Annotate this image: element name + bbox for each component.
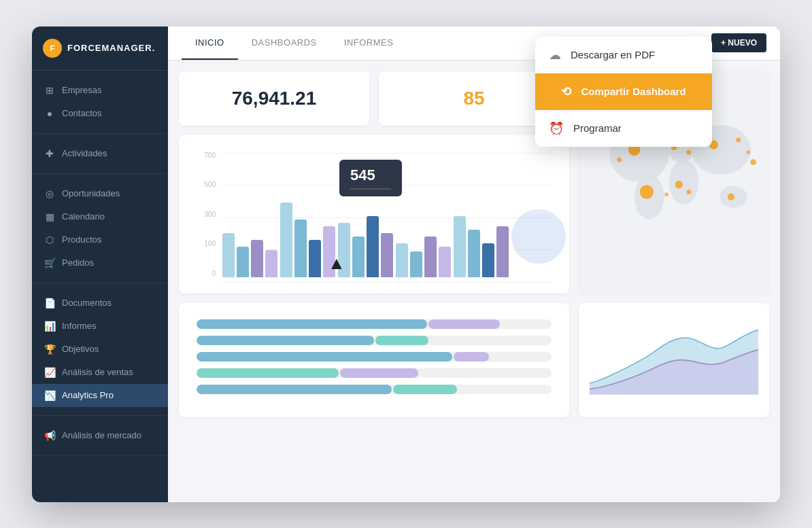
stat-value-1: 76,941.21 [232,88,317,109]
h-bar-fill [197,319,427,329]
tab-dashboards[interactable]: DASHBOARDS [238,27,331,60]
y-label: 0 [212,270,216,277]
h-bar-track [197,385,552,394]
area-chart-card [579,303,769,417]
sidebar-label-calendario: Calendario [62,211,105,222]
sidebar-label-informes: Informes [62,321,97,331]
sidebar-item-contactos[interactable]: ● Contactos [32,102,168,125]
bar [251,240,263,277]
tab-informes[interactable]: INFORMES [331,27,407,60]
oportunidades-icon: ◎ [44,188,55,199]
y-label: 700 [204,152,216,159]
context-menu-item-pdf[interactable]: ☁ Descargar en PDF [535,37,712,73]
bar [265,250,277,277]
bar [496,226,509,277]
h-bar-fill [197,368,339,378]
bar [309,240,321,277]
logo-icon: F [43,39,62,58]
sidebar-label-analisis-mercado: Análisis de mercado [62,430,141,440]
sidebar-item-informes[interactable]: 📊 Informes [32,315,168,338]
svg-point-14 [736,137,741,142]
chart-tooltip: 545 [339,160,402,196]
bar [381,233,393,277]
sidebar-label-analytics-pro: Analytics Pro [62,390,114,400]
sidebar-item-documentos[interactable]: 📄 Documentos [32,292,168,315]
h-bar-track [197,352,552,362]
bar [280,203,292,277]
context-menu-item-share[interactable]: ⟲ Compartir Dashboard [535,73,712,110]
y-label: 500 [204,181,216,188]
h-bar-row [197,336,552,345]
sidebar-logo: F FORCEMANAGER. [32,27,168,71]
bar [352,236,365,277]
sidebar-item-objetivos[interactable]: 🏆 Objetivos [32,338,168,361]
context-menu-label-pdf: Descargar en PDF [571,49,655,60]
context-menu-item-schedule[interactable]: ⏰ Programar [535,110,712,147]
h-bar-fill [197,385,392,394]
h-bar-row [197,385,552,394]
bar [424,236,437,277]
tab-inicio[interactable]: INICIO [182,27,238,60]
alarm-icon: ⏰ [549,121,564,136]
sidebar-item-oportunidades[interactable]: ◎ Oportunidades [32,182,168,205]
h-bar-track [197,336,552,345]
nav-tabs-left: INICIO DASHBOARDS INFORMES [182,27,407,60]
svg-point-10 [617,157,622,162]
analisis-mercado-icon: 📢 [44,430,55,441]
tooltip-line [350,188,391,190]
y-label: 300 [204,211,216,218]
sidebar-item-analisis-mercado[interactable]: 📢 Análisis de mercado [32,424,168,447]
sidebar-item-actividades[interactable]: ✚ Actividades [32,142,168,165]
svg-point-18 [686,189,691,194]
svg-point-15 [746,150,750,154]
nuevo-button[interactable]: + NUEVO [711,33,766,52]
sidebar-item-calendario[interactable]: ▦ Calendario [32,205,168,228]
context-menu-label-schedule: Programar [573,122,622,134]
bar-chart-card: 545 700 500 300 100 0 [179,135,569,294]
y-label: 100 [204,240,216,247]
grid-line [224,282,552,283]
svg-point-21 [640,185,654,198]
h-bar-fill [197,336,374,345]
sidebar-section-activities: ✚ Actividades [32,134,168,174]
actividades-icon: ✚ [44,148,55,159]
svg-point-12 [686,149,691,154]
sidebar-label-pedidos: Pedidos [62,258,94,268]
svg-text:F: F [50,44,55,52]
h-bar-fill [375,336,428,345]
h-bar-row [197,352,552,362]
bar [294,219,307,277]
sidebar-label-objetivos: Objetivos [62,344,99,354]
calendario-icon: ▦ [44,211,55,222]
sidebar-item-analisis-ventas[interactable]: 📈 Análisis de ventas [32,361,168,384]
logo-text: FORCEMANAGER. [67,43,155,53]
sidebar-item-productos[interactable]: ⬡ Productos [32,228,168,251]
svg-point-19 [664,192,669,196]
sidebar-item-pedidos[interactable]: 🛒 Pedidos [32,251,168,275]
h-bar-track [197,319,552,329]
bar [237,247,249,277]
h-bar-fill [340,368,418,378]
cloud-download-icon: ☁ [549,48,561,63]
bar [482,243,494,277]
horizontal-bars-card [179,303,569,417]
svg-point-20 [728,193,734,200]
context-menu: ☁ Descargar en PDF ⟲ Compartir Dashboard… [535,37,712,147]
sidebar-item-empresas[interactable]: ⊞ Empresas [32,79,168,102]
circle-highlight [511,209,566,264]
h-bar-fill [393,385,457,394]
bar [454,216,466,277]
informes-icon: 📊 [44,321,55,332]
stat-value-2: 85 [463,88,484,109]
area-chart-svg [590,314,758,402]
bar-group-4 [396,236,451,277]
share-icon: ⟲ [561,84,571,99]
sidebar-section-market: 📢 Análisis de mercado [32,416,168,456]
productos-icon: ⬡ [44,234,55,245]
sidebar-label-actividades: Actividades [62,148,107,158]
sidebar-section-crm: ◎ Oportunidades ▦ Calendario ⬡ Productos… [32,174,168,283]
sidebar-label-documentos: Documentos [62,298,112,308]
h-bar-row [197,319,552,329]
y-axis: 700 500 300 100 0 [195,152,220,277]
sidebar-item-analytics-pro[interactable]: 📉 Analytics Pro [32,384,168,407]
